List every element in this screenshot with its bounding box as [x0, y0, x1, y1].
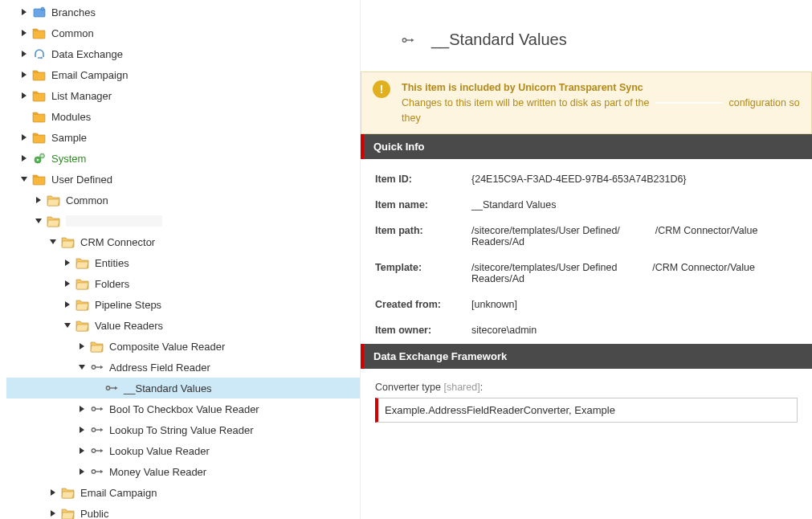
expand-icon[interactable]	[77, 404, 87, 414]
tree-item-label: Composite Value Reader	[109, 341, 225, 353]
label-item-owner: Item owner:	[375, 325, 463, 336]
collapse-icon[interactable]	[77, 362, 87, 372]
warning-icon: !	[373, 80, 390, 98]
label-item-path: Item path:	[375, 225, 463, 247]
label-item-id: Item ID:	[375, 174, 463, 185]
expand-icon[interactable]	[77, 425, 87, 435]
folder-o-icon	[47, 193, 61, 207]
tree-item-compvr[interactable]: Composite Value Reader	[6, 336, 360, 357]
tree-item-branches[interactable]: Branches	[6, 2, 360, 22]
expand-icon[interactable]	[19, 28, 29, 38]
expand-icon[interactable]	[34, 195, 43, 205]
collapse-icon[interactable]	[63, 321, 72, 330]
tree-item-modules[interactable]: Modules	[6, 106, 360, 127]
tree-item-label: Branches	[51, 6, 96, 18]
folder-o-icon	[47, 214, 61, 228]
tree-item-crmconn[interactable]: CRM Connector	[6, 231, 360, 252]
pipe-icon	[90, 402, 104, 416]
banner-line2: Changes to this item will be written to …	[402, 96, 802, 126]
unicorn-sync-banner: ! This item is included by Unicorn Trans…	[361, 72, 812, 134]
expand-icon[interactable]	[19, 70, 29, 80]
tree-item-emailc0[interactable]: Email Campaign	[6, 64, 360, 85]
tree-item-mvr[interactable]: Money Value Reader	[6, 461, 360, 482]
tree-item-datax[interactable]: Data Exchange	[6, 43, 360, 64]
tree-item-afr[interactable]: Address Field Reader	[6, 357, 360, 378]
tree-item-common1[interactable]: Common	[6, 190, 360, 210]
tree-item-label: Email Campaign	[51, 69, 128, 81]
value-template: /sitecore/templates/User Defined/CRM Con…	[471, 262, 798, 284]
tree-item-blank1[interactable]	[6, 210, 360, 231]
tree-item-userdef[interactable]: User Defined	[6, 169, 360, 190]
expand-icon[interactable]	[77, 446, 87, 456]
tree-item-label: User Defined	[51, 174, 112, 186]
tree-item-system[interactable]: System	[6, 148, 360, 169]
expand-icon[interactable]	[19, 91, 29, 100]
pipe-icon	[90, 443, 104, 458]
collapse-icon[interactable]	[48, 237, 58, 247]
expand-icon[interactable]	[48, 488, 58, 497]
tree-item-b2c[interactable]: Bool To Checkbox Value Reader	[6, 398, 360, 419]
tree-item-label: CRM Connector	[80, 236, 155, 248]
section-data-exchange-framework[interactable]: Data Exchange Framework	[361, 344, 812, 369]
tree-item-label: Value Readers	[95, 320, 163, 332]
field-converter-type: Converter type [shared]:	[361, 369, 812, 435]
tree-item-label: Public	[80, 508, 108, 520]
collapse-icon[interactable]	[34, 216, 43, 226]
tree-item-entities[interactable]: Entities	[6, 252, 360, 273]
tree-item-label: __Standard Values	[124, 382, 212, 394]
branches-icon	[32, 5, 47, 19]
expand-icon[interactable]	[19, 153, 29, 163]
tree-item-label: Common	[66, 194, 108, 206]
expand-icon[interactable]	[19, 133, 29, 142]
field-label-converter-type: Converter type [shared]:	[375, 382, 798, 393]
tree-item-pipesteps[interactable]: Pipeline Steps	[6, 294, 360, 315]
value-item-name: __Standard Values	[471, 199, 798, 210]
expand-icon[interactable]	[63, 258, 72, 268]
system-icon	[32, 151, 47, 166]
tree-item-label: List Manager	[51, 90, 112, 102]
tree-item-label: Pipeline Steps	[95, 299, 161, 311]
folder-o-icon	[61, 485, 75, 500]
section-quick-info[interactable]: Quick Info	[361, 134, 812, 159]
expand-icon[interactable]	[63, 279, 72, 288]
page-title: __Standard Values	[431, 31, 567, 49]
tree-item-valread[interactable]: Value Readers	[6, 315, 360, 336]
input-converter-type[interactable]	[375, 398, 798, 423]
tree-item-label: Money Value Reader	[109, 466, 206, 478]
expand-icon[interactable]	[63, 300, 72, 309]
expand-icon[interactable]	[77, 341, 87, 351]
label-template: Template:	[375, 262, 463, 284]
expand-icon[interactable]	[48, 509, 58, 518]
folder-o-icon	[90, 339, 104, 353]
tree-item-label: Lookup To String Value Reader	[109, 424, 253, 436]
folder-icon	[32, 67, 47, 82]
collapse-icon[interactable]	[19, 174, 29, 184]
tree-item-label: Modules	[51, 111, 91, 123]
tree-item-lvr[interactable]: Lookup Value Reader	[6, 440, 360, 461]
tree-item-label: Sample	[51, 132, 87, 144]
tree-item-emailc2[interactable]: Email Campaign	[6, 482, 360, 503]
tree-item-l2s[interactable]: Lookup To String Value Reader	[6, 419, 360, 440]
value-created-from: [unknown]	[471, 299, 798, 310]
folder-o-icon	[75, 318, 90, 333]
tree-item-label: Common	[51, 27, 94, 39]
expand-icon[interactable]	[19, 7, 29, 17]
tree-item-listmgr[interactable]: List Manager	[6, 85, 360, 106]
folder-icon	[32, 109, 47, 124]
expand-icon[interactable]	[19, 49, 29, 59]
pipe-icon	[90, 423, 104, 437]
tree-panel[interactable]: BranchesCommonData ExchangeEmail Campaig…	[0, 0, 360, 519]
pipe-icon	[90, 360, 104, 374]
tree-item-label: Data Exchange	[51, 48, 123, 60]
expand-icon[interactable]	[77, 467, 87, 476]
tree-item-sample[interactable]: Sample	[6, 127, 360, 148]
folder-o-icon	[61, 235, 75, 249]
tree-item-folders[interactable]: Folders	[6, 273, 360, 294]
tree-item-stdvals[interactable]: __Standard Values	[6, 378, 360, 398]
tree-item-label: Folders	[95, 278, 129, 290]
tree-item-common0[interactable]: Common	[6, 22, 360, 43]
tree-item-label: System	[51, 153, 86, 165]
tree-item-public[interactable]: Public	[6, 503, 360, 519]
pipe-icon	[104, 381, 119, 395]
label-item-name: Item name:	[375, 199, 463, 210]
